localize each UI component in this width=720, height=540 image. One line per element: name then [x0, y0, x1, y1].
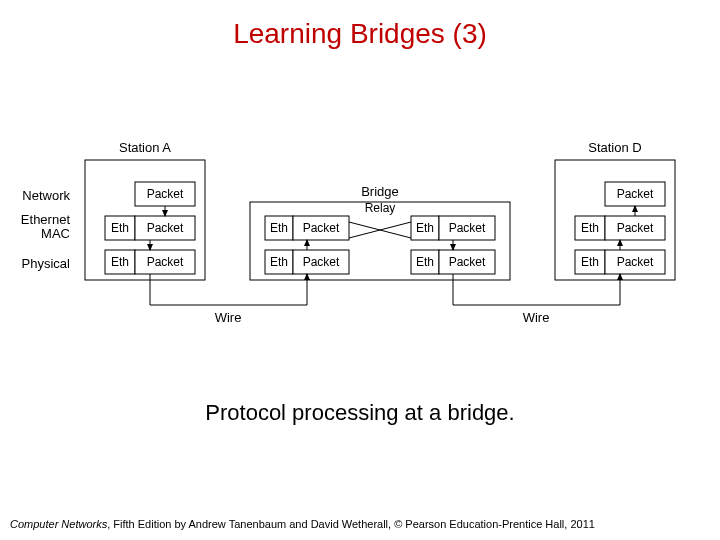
stationA-network-packet: Packet	[147, 187, 184, 201]
stationD-phys-packet: Packet	[617, 255, 654, 269]
stationA-phys-eth: Eth	[111, 255, 129, 269]
slide-title: Learning Bridges (3)	[0, 18, 720, 50]
label-relay: Relay	[365, 201, 396, 215]
bridge-right-phys-packet: Packet	[449, 255, 486, 269]
label-station-d: Station D	[588, 140, 641, 155]
label-physical: Physical	[22, 256, 71, 271]
stationD-mac-eth: Eth	[581, 221, 599, 235]
label-network: Network	[22, 188, 70, 203]
stationA-mac-packet: Packet	[147, 221, 184, 235]
bridge-right-mac-eth: Eth	[416, 221, 434, 235]
slide-caption: Protocol processing at a bridge.	[0, 400, 720, 426]
bridge-left-phys-packet: Packet	[303, 255, 340, 269]
label-wire-left: Wire	[215, 310, 242, 325]
bridge-left-phys-eth: Eth	[270, 255, 288, 269]
stationA-mac-eth: Eth	[111, 221, 129, 235]
stationD-network-packet: Packet	[617, 187, 654, 201]
label-station-a: Station A	[119, 140, 171, 155]
stationA-phys-packet: Packet	[147, 255, 184, 269]
stationD-phys-eth: Eth	[581, 255, 599, 269]
footer-rest: , Fifth Edition by Andrew Tanenbaum and …	[107, 518, 595, 530]
footer: Computer Networks, Fifth Edition by Andr…	[10, 518, 710, 530]
label-bridge: Bridge	[361, 184, 399, 199]
diagram: Network Ethernet MAC Physical Station A …	[0, 110, 720, 430]
bridge-left-mac-eth: Eth	[270, 221, 288, 235]
stationD-mac-packet: Packet	[617, 221, 654, 235]
label-wire-right: Wire	[523, 310, 550, 325]
bridge-right-mac-packet: Packet	[449, 221, 486, 235]
footer-book: Computer Networks	[10, 518, 107, 530]
bridge-right-phys-eth: Eth	[416, 255, 434, 269]
label-ethmac1: Ethernet	[21, 212, 71, 227]
bridge-left-mac-packet: Packet	[303, 221, 340, 235]
label-ethmac2: MAC	[41, 226, 70, 241]
